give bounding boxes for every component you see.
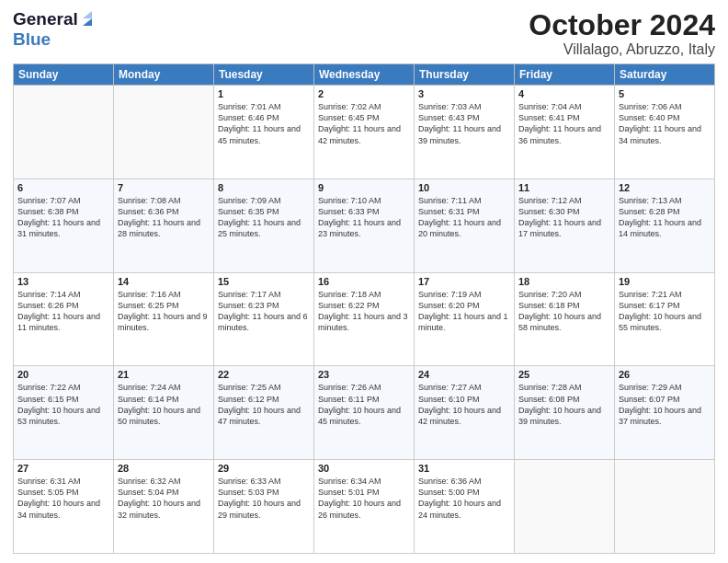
svg-marker-0 — [83, 18, 92, 26]
logo: General Blue — [13, 9, 96, 50]
th-monday: Monday — [114, 64, 214, 86]
th-friday: Friday — [515, 64, 615, 86]
calendar-day: 22Sunrise: 7:25 AMSunset: 6:12 PMDayligh… — [214, 366, 314, 460]
day-detail: Sunrise: 7:03 AMSunset: 6:43 PMDaylight:… — [418, 101, 510, 146]
day-number: 16 — [318, 276, 410, 287]
header-row: Sunday Monday Tuesday Wednesday Thursday… — [14, 64, 715, 86]
day-detail: Sunrise: 6:31 AMSunset: 5:05 PMDaylight:… — [17, 476, 109, 521]
logo-blue-line: Blue — [13, 29, 51, 50]
logo-general-text: General — [13, 9, 78, 29]
month-title: October 2024 — [529, 9, 715, 41]
day-detail: Sunrise: 7:09 AMSunset: 6:35 PMDaylight:… — [218, 195, 310, 240]
title-block: October 2024 Villalago, Abruzzo, Italy — [529, 9, 715, 58]
day-detail: Sunrise: 7:20 AMSunset: 6:18 PMDaylight:… — [518, 289, 610, 334]
day-number: 21 — [118, 369, 210, 380]
day-detail: Sunrise: 7:13 AMSunset: 6:28 PMDaylight:… — [619, 195, 711, 240]
day-detail: Sunrise: 7:28 AMSunset: 6:08 PMDaylight:… — [518, 382, 610, 427]
header: General Blue October 2024 Villalago, Abr… — [13, 9, 715, 58]
day-detail: Sunrise: 7:19 AMSunset: 6:20 PMDaylight:… — [418, 289, 510, 334]
day-detail: Sunrise: 7:04 AMSunset: 6:41 PMDaylight:… — [518, 101, 610, 146]
day-detail: Sunrise: 7:02 AMSunset: 6:45 PMDaylight:… — [318, 101, 410, 146]
day-number: 4 — [518, 88, 610, 99]
calendar-day: 1Sunrise: 7:01 AMSunset: 6:46 PMDaylight… — [214, 86, 314, 179]
page: General Blue October 2024 Villalago, Abr… — [0, 0, 728, 563]
calendar-day: 21Sunrise: 7:24 AMSunset: 6:14 PMDayligh… — [114, 366, 214, 460]
day-number: 18 — [518, 276, 610, 287]
calendar-day: 10Sunrise: 7:11 AMSunset: 6:31 PMDayligh… — [415, 178, 515, 272]
th-wednesday: Wednesday — [314, 64, 415, 86]
day-detail: Sunrise: 7:26 AMSunset: 6:11 PMDaylight:… — [318, 382, 410, 427]
day-number: 5 — [619, 88, 711, 99]
calendar-body: 1Sunrise: 7:01 AMSunset: 6:46 PMDaylight… — [14, 86, 715, 554]
day-detail: Sunrise: 7:11 AMSunset: 6:31 PMDaylight:… — [418, 195, 510, 240]
calendar-day: 24Sunrise: 7:27 AMSunset: 6:10 PMDayligh… — [415, 366, 515, 460]
day-number: 23 — [318, 369, 410, 380]
day-number: 1 — [218, 88, 310, 99]
day-number: 26 — [619, 369, 711, 380]
th-thursday: Thursday — [415, 64, 515, 86]
calendar-day: 26Sunrise: 7:29 AMSunset: 6:07 PMDayligh… — [615, 366, 715, 460]
day-number: 12 — [619, 182, 711, 193]
logo-image: General — [13, 9, 96, 29]
calendar-day: 16Sunrise: 7:18 AMSunset: 6:22 PMDayligh… — [314, 272, 415, 366]
day-number: 31 — [418, 463, 510, 474]
calendar-week-2: 6Sunrise: 7:07 AMSunset: 6:38 PMDaylight… — [14, 178, 715, 272]
day-detail: Sunrise: 6:32 AMSunset: 5:04 PMDaylight:… — [118, 476, 210, 521]
day-number: 30 — [318, 463, 410, 474]
calendar-day — [515, 460, 615, 554]
calendar-week-1: 1Sunrise: 7:01 AMSunset: 6:46 PMDaylight… — [14, 86, 715, 179]
calendar-day: 20Sunrise: 7:22 AMSunset: 6:15 PMDayligh… — [14, 366, 114, 460]
calendar-day: 11Sunrise: 7:12 AMSunset: 6:30 PMDayligh… — [515, 178, 615, 272]
day-number: 6 — [17, 182, 109, 193]
day-number: 7 — [118, 182, 210, 193]
day-number: 11 — [518, 182, 610, 193]
day-detail: Sunrise: 7:27 AMSunset: 6:10 PMDaylight:… — [418, 382, 510, 427]
day-number: 9 — [318, 182, 410, 193]
calendar-week-5: 27Sunrise: 6:31 AMSunset: 5:05 PMDayligh… — [14, 460, 715, 554]
day-number: 27 — [17, 463, 109, 474]
calendar-day: 4Sunrise: 7:04 AMSunset: 6:41 PMDaylight… — [515, 86, 615, 179]
day-number: 29 — [218, 463, 310, 474]
day-detail: Sunrise: 7:12 AMSunset: 6:30 PMDaylight:… — [518, 195, 610, 240]
calendar-day: 29Sunrise: 6:33 AMSunset: 5:03 PMDayligh… — [214, 460, 314, 554]
calendar-day: 6Sunrise: 7:07 AMSunset: 6:38 PMDaylight… — [14, 178, 114, 272]
th-sunday: Sunday — [14, 64, 114, 86]
calendar-day: 7Sunrise: 7:08 AMSunset: 6:36 PMDaylight… — [114, 178, 214, 272]
logo-arrow-icon — [79, 11, 96, 28]
calendar-day: 2Sunrise: 7:02 AMSunset: 6:45 PMDaylight… — [314, 86, 415, 179]
day-detail: Sunrise: 6:34 AMSunset: 5:01 PMDaylight:… — [318, 476, 410, 521]
calendar-day — [114, 86, 214, 179]
calendar-week-3: 13Sunrise: 7:14 AMSunset: 6:26 PMDayligh… — [14, 272, 715, 366]
day-detail: Sunrise: 7:14 AMSunset: 6:26 PMDaylight:… — [17, 289, 109, 334]
day-number: 10 — [418, 182, 510, 193]
calendar-day: 23Sunrise: 7:26 AMSunset: 6:11 PMDayligh… — [314, 366, 415, 460]
day-detail: Sunrise: 7:07 AMSunset: 6:38 PMDaylight:… — [17, 195, 109, 240]
th-saturday: Saturday — [615, 64, 715, 86]
calendar-day: 5Sunrise: 7:06 AMSunset: 6:40 PMDaylight… — [615, 86, 715, 179]
calendar-day: 13Sunrise: 7:14 AMSunset: 6:26 PMDayligh… — [14, 272, 114, 366]
day-detail: Sunrise: 7:24 AMSunset: 6:14 PMDaylight:… — [118, 382, 210, 427]
day-number: 24 — [418, 369, 510, 380]
day-detail: Sunrise: 6:33 AMSunset: 5:03 PMDaylight:… — [218, 476, 310, 521]
svg-marker-1 — [83, 11, 92, 18]
day-number: 25 — [518, 369, 610, 380]
day-number: 20 — [17, 369, 109, 380]
calendar-day: 31Sunrise: 6:36 AMSunset: 5:00 PMDayligh… — [415, 460, 515, 554]
day-number: 28 — [118, 463, 210, 474]
day-detail: Sunrise: 7:18 AMSunset: 6:22 PMDaylight:… — [318, 289, 410, 334]
day-detail: Sunrise: 7:29 AMSunset: 6:07 PMDaylight:… — [619, 382, 711, 427]
day-number: 15 — [218, 276, 310, 287]
calendar-day: 27Sunrise: 6:31 AMSunset: 5:05 PMDayligh… — [14, 460, 114, 554]
day-detail: Sunrise: 6:36 AMSunset: 5:00 PMDaylight:… — [418, 476, 510, 521]
day-detail: Sunrise: 7:25 AMSunset: 6:12 PMDaylight:… — [218, 382, 310, 427]
day-detail: Sunrise: 7:16 AMSunset: 6:25 PMDaylight:… — [118, 289, 210, 334]
day-detail: Sunrise: 7:22 AMSunset: 6:15 PMDaylight:… — [17, 382, 109, 427]
calendar-day: 14Sunrise: 7:16 AMSunset: 6:25 PMDayligh… — [114, 272, 214, 366]
calendar-day: 15Sunrise: 7:17 AMSunset: 6:23 PMDayligh… — [214, 272, 314, 366]
location: Villalago, Abruzzo, Italy — [529, 41, 715, 58]
calendar-day — [14, 86, 114, 179]
day-number: 22 — [218, 369, 310, 380]
calendar-day: 3Sunrise: 7:03 AMSunset: 6:43 PMDaylight… — [415, 86, 515, 179]
logo-blue-text: Blue — [13, 29, 51, 49]
day-number: 8 — [218, 182, 310, 193]
